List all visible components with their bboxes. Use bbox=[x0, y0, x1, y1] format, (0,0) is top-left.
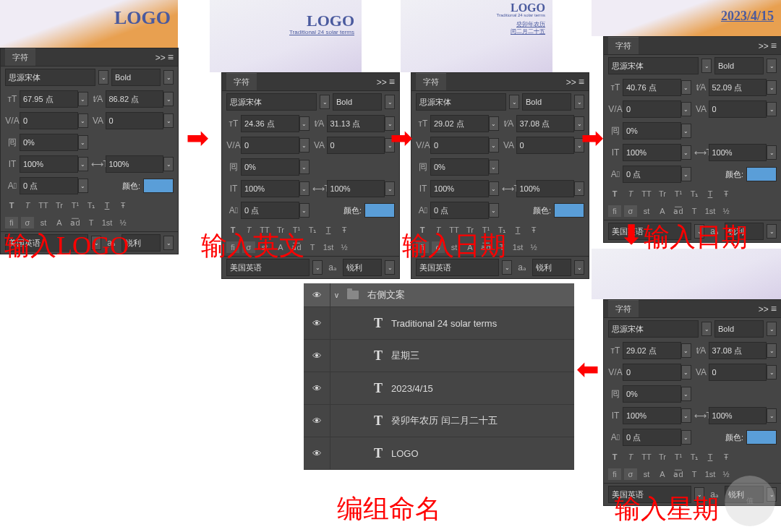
chevron-down-icon[interactable]: ⌄ bbox=[767, 343, 777, 358]
strikethrough-button[interactable]: Ŧ bbox=[338, 224, 351, 236]
allcaps-button[interactable]: TT bbox=[640, 188, 653, 200]
chevron-down-icon[interactable]: ⌄ bbox=[98, 70, 108, 85]
fraction-button[interactable]: ½ bbox=[116, 217, 129, 228]
chevron-down-icon[interactable]: ⌄ bbox=[489, 203, 499, 218]
baseline-input[interactable]: 0 点 bbox=[623, 166, 681, 183]
alt-button[interactable]: σ bbox=[21, 217, 34, 228]
chevron-down-icon[interactable]: ⌄ bbox=[767, 80, 777, 95]
panel-title[interactable]: 字符 bbox=[226, 73, 257, 90]
strikethrough-button[interactable]: Ŧ bbox=[116, 200, 129, 211]
bold-button[interactable]: T bbox=[608, 451, 621, 463]
ordinal-button[interactable]: 1st bbox=[704, 468, 717, 480]
allcaps-button[interactable]: TT bbox=[640, 451, 653, 463]
stylistic-button[interactable]: a͞d bbox=[672, 468, 685, 480]
italic-button[interactable]: T bbox=[624, 188, 637, 200]
font-size-input[interactable]: 24.36 点 bbox=[241, 115, 299, 132]
subscript-button[interactable]: T₁ bbox=[306, 224, 319, 236]
stylistic-button[interactable]: a͞d bbox=[672, 205, 685, 217]
chevron-down-icon[interactable]: ⌄ bbox=[489, 138, 499, 153]
chevron-down-icon[interactable]: ⌄ bbox=[163, 157, 174, 171]
menu-icon[interactable]: ≡ bbox=[771, 40, 777, 51]
chevron-down-icon[interactable]: ⌄ bbox=[681, 124, 691, 138]
horizontal-scale-input[interactable]: 100% bbox=[709, 144, 767, 161]
chevron-down-icon[interactable]: ⌄ bbox=[767, 145, 777, 160]
layer-row[interactable]: 👁 T2023/4/15 bbox=[304, 372, 574, 405]
baseline-input[interactable]: 0 点 bbox=[623, 429, 681, 446]
chevron-down-icon[interactable]: ⌄ bbox=[312, 260, 323, 275]
subscript-button[interactable]: T₁ bbox=[85, 200, 98, 211]
chevron-down-icon[interactable]: ⌄ bbox=[681, 343, 691, 358]
chevron-down-icon[interactable]: ⌄ bbox=[681, 387, 691, 401]
kerning-input[interactable]: 0 bbox=[623, 364, 681, 381]
ordinal-button[interactable]: 1st bbox=[101, 217, 114, 228]
chevron-down-icon[interactable]: ⌄ bbox=[574, 95, 584, 109]
panel-title[interactable]: 字符 bbox=[5, 48, 35, 66]
titling-button[interactable]: T bbox=[306, 241, 319, 253]
chevron-down-icon[interactable]: ⌄ bbox=[385, 181, 395, 196]
chevron-down-icon[interactable]: v bbox=[335, 291, 338, 299]
layer-group-row[interactable]: 👁 v 右侧文案 bbox=[304, 283, 574, 307]
horizontal-scale-input[interactable]: 100% bbox=[106, 155, 164, 173]
tsume-input[interactable]: 0% bbox=[20, 134, 78, 151]
tsume-input[interactable]: 0% bbox=[623, 385, 681, 403]
visibility-toggle[interactable]: 👁 bbox=[304, 405, 330, 437]
titling-button[interactable]: T bbox=[688, 205, 701, 217]
visibility-toggle[interactable]: 👁 bbox=[304, 372, 330, 404]
chevron-down-icon[interactable]: ⌄ bbox=[767, 365, 777, 379]
ordinal-button[interactable]: 1st bbox=[322, 241, 335, 253]
chevron-down-icon[interactable]: ⌄ bbox=[163, 70, 174, 85]
visibility-toggle[interactable]: 👁 bbox=[304, 340, 330, 372]
swash-button[interactable]: A bbox=[656, 205, 669, 217]
subscript-button[interactable]: T₁ bbox=[688, 451, 701, 463]
tracking-input[interactable]: 0 bbox=[106, 112, 164, 129]
layer-row[interactable]: 👁 TLOGO bbox=[304, 437, 574, 470]
horizontal-scale-input[interactable]: 100% bbox=[709, 407, 767, 424]
chevron-down-icon[interactable]: ⌄ bbox=[681, 430, 691, 445]
leading-input[interactable]: 86.82 点 bbox=[106, 90, 164, 108]
tracking-input[interactable]: 0 bbox=[516, 137, 575, 154]
chevron-down-icon[interactable]: ⌄ bbox=[767, 224, 777, 239]
vertical-scale-input[interactable]: 100% bbox=[430, 180, 489, 197]
collapse-icon[interactable]: >> bbox=[566, 77, 576, 87]
chevron-down-icon[interactable]: ⌄ bbox=[299, 181, 310, 196]
chevron-down-icon[interactable]: ⌄ bbox=[767, 59, 777, 73]
font-weight-select[interactable]: Bold bbox=[714, 320, 764, 338]
tracking-input[interactable]: 0 bbox=[709, 364, 767, 381]
ligature-button[interactable]: fi bbox=[608, 205, 621, 217]
fraction-button[interactable]: ½ bbox=[720, 205, 733, 217]
chevron-down-icon[interactable]: ⌄ bbox=[385, 260, 395, 275]
text-color-swatch[interactable] bbox=[746, 167, 777, 181]
font-family-select[interactable]: 思源宋体 bbox=[416, 93, 506, 111]
baseline-input[interactable]: 0 点 bbox=[20, 177, 78, 194]
smallcaps-button[interactable]: Tr bbox=[656, 451, 669, 463]
chevron-down-icon[interactable]: ⌄ bbox=[767, 408, 777, 423]
chevron-down-icon[interactable]: ⌄ bbox=[299, 160, 310, 174]
chevron-down-icon[interactable]: ⌄ bbox=[681, 145, 691, 160]
ligature-button[interactable]: fi bbox=[608, 468, 621, 480]
chevron-down-icon[interactable]: ⌄ bbox=[701, 59, 712, 73]
vertical-scale-input[interactable]: 100% bbox=[20, 155, 78, 173]
visibility-toggle[interactable]: 👁 bbox=[304, 283, 330, 306]
panel-title[interactable]: 字符 bbox=[416, 73, 446, 90]
fraction-button[interactable]: ½ bbox=[338, 241, 351, 253]
disc-lig-button[interactable]: st bbox=[37, 217, 50, 228]
leading-input[interactable]: 37.08 点 bbox=[516, 115, 575, 132]
text-color-swatch[interactable] bbox=[364, 203, 395, 218]
tsume-input[interactable]: 0% bbox=[623, 122, 681, 140]
allcaps-button[interactable]: TT bbox=[37, 200, 50, 211]
superscript-button[interactable]: T¹ bbox=[672, 188, 685, 200]
chevron-down-icon[interactable]: ⌄ bbox=[574, 181, 584, 196]
chevron-down-icon[interactable]: ⌄ bbox=[385, 95, 395, 109]
chevron-down-icon[interactable]: ⌄ bbox=[489, 160, 499, 174]
menu-icon[interactable]: ≡ bbox=[389, 76, 395, 87]
chevron-down-icon[interactable]: ⌄ bbox=[701, 322, 712, 336]
disc-lig-button[interactable]: st bbox=[640, 468, 653, 480]
kerning-input[interactable]: 0 bbox=[20, 112, 78, 129]
layer-row[interactable]: 👁 T癸卯年农历 闰二月二十五 bbox=[304, 405, 574, 437]
disc-lig-button[interactable]: st bbox=[640, 205, 653, 217]
ordinal-button[interactable]: 1st bbox=[511, 241, 524, 253]
visibility-toggle[interactable]: 👁 bbox=[304, 307, 330, 339]
tsume-input[interactable]: 0% bbox=[430, 158, 489, 176]
chevron-down-icon[interactable]: ⌄ bbox=[489, 181, 499, 196]
alt-button[interactable]: σ bbox=[624, 468, 637, 480]
